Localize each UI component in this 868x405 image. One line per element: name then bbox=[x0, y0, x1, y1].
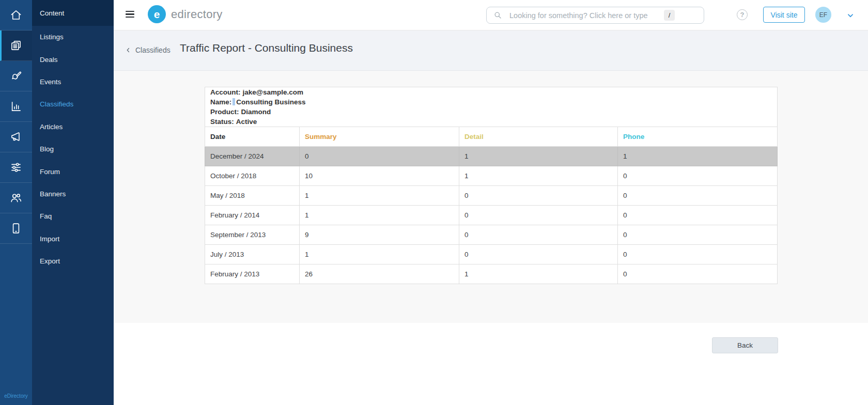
text-selection-highlight bbox=[233, 98, 235, 105]
page-title: Traffic Report - Consulting Business bbox=[180, 42, 353, 54]
sidebar-item-classifieds[interactable]: Classifieds bbox=[32, 93, 114, 115]
column-header-phone: Phone bbox=[618, 127, 778, 147]
cell-detail: 0 bbox=[459, 206, 618, 225]
cell-detail: 0 bbox=[459, 186, 618, 206]
help-icon[interactable]: ? bbox=[737, 9, 748, 20]
sidebar-item-articles[interactable]: Articles bbox=[32, 116, 114, 138]
table-row: September / 2013 9 0 0 bbox=[205, 225, 778, 245]
name-line: Name:Consulting Business bbox=[210, 97, 772, 107]
chevron-left-icon bbox=[125, 47, 131, 53]
sidebar-item-content[interactable]: Content bbox=[32, 0, 114, 26]
sidebar-item-import[interactable]: Import bbox=[32, 228, 114, 250]
users-icon bbox=[9, 191, 23, 205]
cell-summary: 1 bbox=[300, 186, 459, 206]
cell-date: May / 2018 bbox=[205, 186, 300, 206]
sidebar-item-blog[interactable]: Blog bbox=[32, 138, 114, 160]
sidebar-item-events[interactable]: Events bbox=[32, 71, 114, 93]
bar-chart-icon bbox=[9, 100, 23, 113]
cell-summary: 1 bbox=[300, 206, 459, 225]
cell-summary: 1 bbox=[300, 245, 459, 264]
logo-e-icon: e bbox=[148, 5, 166, 23]
cell-detail: 1 bbox=[459, 264, 618, 284]
sidebar-item-faq[interactable]: Faq bbox=[32, 205, 114, 227]
cell-phone: 0 bbox=[618, 264, 778, 284]
cell-detail: 0 bbox=[459, 225, 618, 245]
cell-summary: 0 bbox=[300, 147, 459, 166]
hamburger-menu-icon[interactable] bbox=[126, 11, 134, 19]
table-row: December / 2024 0 1 1 bbox=[205, 147, 778, 166]
table-row: October / 2018 10 1 0 bbox=[205, 166, 778, 186]
rail-item-design[interactable] bbox=[0, 61, 32, 91]
megaphone-icon bbox=[9, 130, 23, 144]
page-header: Classifieds Traffic Report - Consulting … bbox=[114, 30, 868, 71]
visit-site-button[interactable]: Visit site bbox=[763, 7, 805, 23]
mobile-icon bbox=[9, 222, 23, 235]
rail-item-users[interactable] bbox=[0, 183, 32, 213]
cell-summary: 9 bbox=[300, 225, 459, 245]
content-area: Account:jake@sample.com Name:Consulting … bbox=[114, 71, 868, 323]
table-header-row: Date Summary Detail Phone bbox=[205, 127, 778, 147]
edirectory-logo[interactable]: e edirectory bbox=[148, 5, 223, 23]
cell-detail: 1 bbox=[459, 166, 618, 186]
table-row: February / 2013 26 1 0 bbox=[205, 264, 778, 284]
cell-summary: 10 bbox=[300, 166, 459, 186]
table-row: July / 2013 1 0 0 bbox=[205, 245, 778, 264]
cell-phone: 0 bbox=[618, 206, 778, 225]
traffic-report-table: Account:jake@sample.com Name:Consulting … bbox=[205, 87, 778, 284]
cell-detail: 0 bbox=[459, 245, 618, 264]
breadcrumb-label: Classifieds bbox=[135, 46, 171, 54]
status-line: Status:Active bbox=[210, 117, 772, 127]
column-header-date: Date bbox=[205, 127, 300, 147]
sidebar-item-banners[interactable]: Banners bbox=[32, 183, 114, 205]
app-screen: eDirectory Content Listings Deals Events… bbox=[0, 0, 868, 405]
column-header-detail: Detail bbox=[459, 127, 618, 147]
logo-wordmark: edirectory bbox=[171, 8, 223, 21]
sidebar-item-forum[interactable]: Forum bbox=[32, 160, 114, 182]
sliders-icon bbox=[9, 161, 23, 174]
cell-summary: 26 bbox=[300, 264, 459, 284]
user-avatar[interactable]: EF bbox=[815, 7, 831, 23]
product-line: Product:Diamond bbox=[210, 107, 772, 117]
sidebar-item-deals[interactable]: Deals bbox=[32, 48, 114, 70]
slash-shortcut-badge: / bbox=[664, 10, 675, 21]
cell-date: December / 2024 bbox=[205, 147, 300, 166]
cell-detail: 1 bbox=[459, 147, 618, 166]
cell-phone: 0 bbox=[618, 225, 778, 245]
rail-item-reports[interactable] bbox=[0, 91, 32, 122]
cell-date: October / 2018 bbox=[205, 166, 300, 186]
brush-icon bbox=[9, 69, 23, 83]
chevron-down-icon[interactable] bbox=[846, 11, 855, 20]
cell-phone: 0 bbox=[618, 186, 778, 206]
table-row: May / 2018 1 0 0 bbox=[205, 186, 778, 206]
sidebar-menu: Content Listings Deals Events Classified… bbox=[32, 0, 114, 405]
icon-rail: eDirectory bbox=[0, 0, 32, 405]
account-line: Account:jake@sample.com bbox=[210, 87, 772, 97]
global-search[interactable]: / bbox=[486, 7, 704, 24]
cell-date: February / 2013 bbox=[205, 264, 300, 284]
home-icon bbox=[9, 8, 23, 22]
breadcrumb[interactable]: Classifieds bbox=[125, 46, 171, 54]
search-icon bbox=[493, 10, 503, 20]
cell-phone: 1 bbox=[618, 147, 778, 166]
sidebar-item-listings[interactable]: Listings bbox=[32, 26, 114, 48]
table-row: February / 2014 1 0 0 bbox=[205, 206, 778, 225]
rail-item-content[interactable] bbox=[0, 30, 32, 61]
rail-item-settings[interactable] bbox=[0, 152, 32, 183]
search-input[interactable] bbox=[508, 11, 664, 20]
topbar: e edirectory / ? Visit site EF bbox=[114, 0, 868, 30]
cell-phone: 0 bbox=[618, 166, 778, 186]
cell-phone: 0 bbox=[618, 245, 778, 264]
documents-icon bbox=[9, 39, 23, 52]
rail-item-promote[interactable] bbox=[0, 122, 32, 152]
cell-date: September / 2013 bbox=[205, 225, 300, 245]
column-header-summary: Summary bbox=[300, 127, 459, 147]
rail-item-mobile[interactable] bbox=[0, 213, 32, 244]
sidebar-item-export[interactable]: Export bbox=[32, 250, 114, 272]
rail-item-home[interactable] bbox=[0, 0, 32, 30]
back-button[interactable]: Back bbox=[712, 337, 778, 353]
cell-date: July / 2013 bbox=[205, 245, 300, 264]
edirectory-brand-footer: eDirectory bbox=[0, 393, 32, 399]
cell-date: February / 2014 bbox=[205, 206, 300, 225]
account-info-row: Account:jake@sample.com Name:Consulting … bbox=[205, 87, 778, 127]
